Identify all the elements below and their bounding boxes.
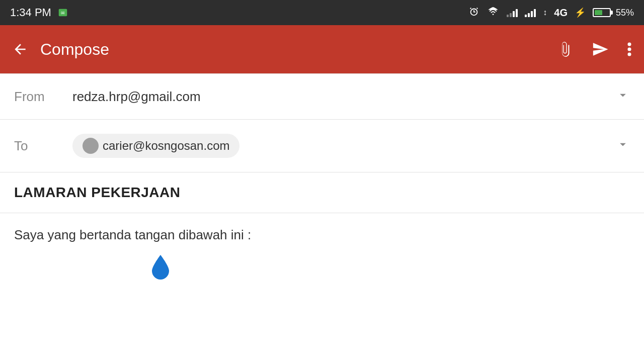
battery-percent: 55% xyxy=(616,8,634,18)
notification-icon: ✉ xyxy=(57,7,68,18)
attach-button[interactable] xyxy=(556,41,574,58)
to-chevron-icon[interactable] xyxy=(616,137,630,154)
touch-cursor xyxy=(150,253,171,280)
body-text: Saya yang bertanda tangan dibawah ini : xyxy=(14,227,251,242)
to-row: To carier@kosngosan.com xyxy=(0,120,644,172)
from-row: From redza.hrp@gmail.com xyxy=(0,74,644,119)
svg-point-7 xyxy=(627,47,631,51)
svg-point-6 xyxy=(627,43,631,46)
to-recipient-chip[interactable]: carier@kosngosan.com xyxy=(72,134,239,158)
signal-icon-1 xyxy=(507,8,518,17)
subject-value: LAMARAN PEKERJAAN xyxy=(14,185,181,200)
wifi-icon xyxy=(487,6,500,20)
svg-point-5 xyxy=(493,14,494,15)
to-label: To xyxy=(14,138,64,154)
status-bar: 1:34 PM ✉ xyxy=(0,0,644,25)
svg-text:✉: ✉ xyxy=(61,11,65,16)
to-chip-container: carier@kosngosan.com xyxy=(72,134,616,158)
alarm-icon xyxy=(468,6,479,20)
more-button[interactable] xyxy=(627,41,632,58)
toolbar-title: Compose xyxy=(40,40,556,59)
data-arrows-icon: ↕ xyxy=(543,8,547,17)
send-button[interactable] xyxy=(592,41,609,58)
svg-line-3 xyxy=(470,8,471,9)
from-value[interactable]: redza.hrp@gmail.com xyxy=(72,89,616,105)
signal-icon-2 xyxy=(525,8,536,17)
to-avatar xyxy=(83,138,99,154)
to-recipient-label: carier@kosngosan.com xyxy=(103,139,229,153)
from-chevron-icon[interactable] xyxy=(616,88,630,105)
body-area[interactable]: Saya yang bertanda tangan dibawah ini : xyxy=(0,213,644,267)
from-label: From xyxy=(14,89,64,105)
svg-line-4 xyxy=(477,8,478,9)
toolbar: Compose xyxy=(0,25,644,73)
subject-row[interactable]: LAMARAN PEKERJAAN xyxy=(0,172,644,213)
status-time: 1:34 PM xyxy=(10,6,51,19)
status-icons: ↕ 4G ⚡ 55% xyxy=(468,6,634,20)
battery-icon: 55% xyxy=(593,8,634,18)
status-time-group: 1:34 PM ✉ xyxy=(10,6,68,19)
back-button[interactable] xyxy=(12,41,28,57)
svg-point-8 xyxy=(627,52,631,56)
toolbar-actions xyxy=(556,41,632,58)
charging-icon: ⚡ xyxy=(575,7,586,18)
network-type: 4G xyxy=(554,7,568,19)
